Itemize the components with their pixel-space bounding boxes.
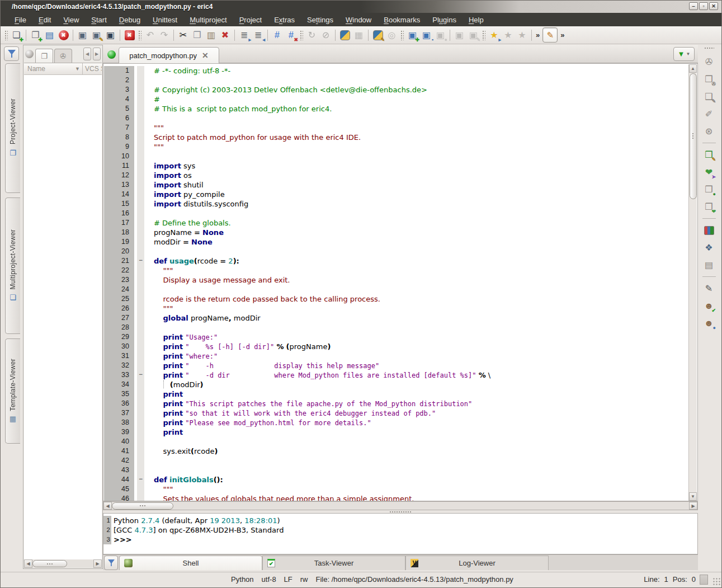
scroll-thumb[interactable] xyxy=(690,73,697,199)
vcs-status-tab[interactable]: ✇ xyxy=(54,49,72,63)
code-line[interactable]: 8Script to patch mod_python for usage wi… xyxy=(104,133,688,142)
debug-python-icon[interactable]: ✎ xyxy=(371,28,385,42)
code-line[interactable]: 37 print "so that it will work with the … xyxy=(104,408,688,418)
line-number[interactable]: 16 xyxy=(104,209,134,218)
code-line[interactable]: 1# -*- coding: utf-8 -*- xyxy=(104,66,688,76)
shell-line[interactable]: 2[GCC 4.7.3] on qpc-Z68MX-UD2H-B3, Stand… xyxy=(103,525,697,535)
line-number[interactable]: 22 xyxy=(104,266,134,275)
code-line[interactable]: 21−def usage(rcode = 2): xyxy=(104,256,688,266)
tab-shell[interactable]: Shell xyxy=(119,556,262,570)
close-file-icon[interactable]: ✖ xyxy=(56,28,70,42)
line-number[interactable]: 35 xyxy=(104,389,134,399)
bookmark-next-icon[interactable]: ★ xyxy=(501,28,515,42)
indent-icon[interactable]: ≣▸ xyxy=(237,28,251,42)
shell-line[interactable]: 1Python 2.7.4 (default, Apr 19 2013, 18:… xyxy=(103,516,697,525)
code-line[interactable]: 24 xyxy=(104,285,688,294)
line-number[interactable]: 4 xyxy=(104,95,134,104)
unindent-icon[interactable]: ≣◂ xyxy=(251,28,265,42)
code-line[interactable]: 10 xyxy=(104,152,688,161)
menu-file[interactable]: File xyxy=(8,14,32,26)
code-line[interactable]: 5# This is a script to patch mod_python … xyxy=(104,104,688,114)
fold-marker[interactable]: − xyxy=(137,256,144,266)
line-number[interactable]: 21 xyxy=(104,256,134,266)
breakpoint-add-icon[interactable]: ▣✚ xyxy=(405,28,419,42)
line-number[interactable]: 45 xyxy=(104,484,134,494)
vcs-log-button[interactable]: ❒✎ xyxy=(701,147,716,162)
sidebar-tab-multiproject-viewer[interactable]: Multiproject-Viewer❏ xyxy=(5,197,20,334)
scroll-left-arrow[interactable]: ◀ xyxy=(103,502,112,510)
line-number[interactable]: 25 xyxy=(104,294,134,304)
window-config-button[interactable]: ❐✇ xyxy=(701,72,716,87)
code-editor[interactable]: 1# -*- coding: utf-8 -*-23# Copyright (c… xyxy=(103,63,698,501)
minimize-button[interactable]: ‒ xyxy=(689,2,698,10)
scroll-right-arrow[interactable]: ▶ xyxy=(93,559,102,568)
line-number[interactable]: 44 xyxy=(104,475,134,484)
close-window-icon[interactable]: ✖ xyxy=(122,28,136,42)
menu-plugins[interactable]: Plugins xyxy=(426,14,463,26)
horizontal-toolbox-button[interactable] xyxy=(4,46,19,61)
scroll-right-arrow[interactable]: ▶ xyxy=(689,502,697,510)
code-line[interactable]: 2 xyxy=(104,76,688,85)
line-number[interactable]: 23 xyxy=(104,275,134,285)
menu-multiproject[interactable]: Multiproject xyxy=(183,14,233,26)
save-as-icon[interactable]: ▣✎ xyxy=(89,28,103,42)
line-number[interactable]: 8 xyxy=(104,133,134,142)
code-line[interactable]: 39 print xyxy=(104,427,688,437)
config-wrench-button[interactable]: ✇ xyxy=(701,54,716,69)
sidebar-tab-project-viewer[interactable]: Project-Viewer❐ xyxy=(5,63,20,193)
code-line[interactable]: 12import os xyxy=(104,171,688,180)
line-number[interactable]: 43 xyxy=(104,465,134,475)
code-line[interactable]: 11import sys xyxy=(104,161,688,171)
cut-icon[interactable]: ✂ xyxy=(176,28,190,42)
copy-icon[interactable]: ❐ xyxy=(190,28,204,42)
code-line[interactable]: 29 print "Usage:" xyxy=(104,332,688,342)
line-number[interactable]: 28 xyxy=(104,323,134,332)
titlebar[interactable]: /home/qpc/Downloads/eric4-4.5.13/patch_m… xyxy=(1,1,721,13)
code-line[interactable]: 42 xyxy=(104,456,688,465)
menu-start[interactable]: Start xyxy=(85,14,112,26)
code-line[interactable]: 32 print " -h display this help message" xyxy=(104,361,688,370)
line-number[interactable]: 24 xyxy=(104,285,134,294)
shell-line[interactable]: 3>>> xyxy=(103,535,697,544)
run-python-icon[interactable] xyxy=(338,28,352,42)
toolbar-overflow-icon[interactable]: » xyxy=(534,31,541,39)
maximize-button[interactable]: ▫ xyxy=(699,2,708,10)
code-line[interactable]: 40 xyxy=(104,437,688,446)
menu-extras[interactable]: Extras xyxy=(268,14,301,26)
line-number[interactable]: 41 xyxy=(104,446,134,456)
line-number[interactable]: 37 xyxy=(104,408,134,418)
file-tree-area[interactable] xyxy=(24,75,102,559)
menu-settings[interactable]: Settings xyxy=(301,14,339,26)
code-line[interactable]: 3# Copyright (c) 2003-2013 Detlev Offenb… xyxy=(104,85,688,95)
scroll-down-arrow[interactable]: ▼ xyxy=(689,492,697,501)
line-number[interactable]: 36 xyxy=(104,399,134,408)
code-line[interactable]: 6 xyxy=(104,114,688,123)
line-number[interactable]: 32 xyxy=(104,361,134,370)
new-window-icon[interactable]: ❏✚ xyxy=(10,28,23,42)
code-line[interactable]: 43 xyxy=(104,465,688,475)
tab-log-viewer[interactable]: VLog-Viewer xyxy=(405,556,549,570)
line-number[interactable]: 30 xyxy=(104,342,134,351)
menu-edit[interactable]: Edit xyxy=(32,14,57,26)
resize-grip[interactable] xyxy=(712,577,720,585)
code-line[interactable]: 41 sys.exit(rcode) xyxy=(104,446,688,456)
menu-unittest[interactable]: Unittest xyxy=(147,14,183,26)
code-line[interactable]: 18progName = None xyxy=(104,228,688,237)
menu-help[interactable]: Help xyxy=(463,14,490,26)
line-number[interactable]: 11 xyxy=(104,161,134,171)
line-number[interactable]: 2 xyxy=(104,76,134,85)
sidebar-tab-template-viewer[interactable]: Template-Viewer▦ xyxy=(5,338,20,444)
line-number[interactable]: 17 xyxy=(104,218,134,228)
web-browser-button[interactable]: ☻● xyxy=(701,316,716,331)
delete-icon[interactable]: ✖ xyxy=(218,28,232,42)
code-line[interactable]: 20 xyxy=(104,247,688,256)
code-line[interactable]: 31 print "where:" xyxy=(104,351,688,361)
paste-icon[interactable]: ▥ xyxy=(204,28,218,42)
save-all-icon[interactable]: ▣ xyxy=(103,28,117,42)
code-line[interactable]: 46 Sets the values of globals that need … xyxy=(104,494,688,501)
fold-marker[interactable]: − xyxy=(137,370,144,380)
close-button[interactable]: ✕ xyxy=(709,2,718,10)
vcs-status-button[interactable]: ❤➤ xyxy=(701,164,716,180)
scroll-thumb[interactable] xyxy=(112,502,173,510)
bookmark-icon[interactable]: ★▸ xyxy=(487,28,501,42)
